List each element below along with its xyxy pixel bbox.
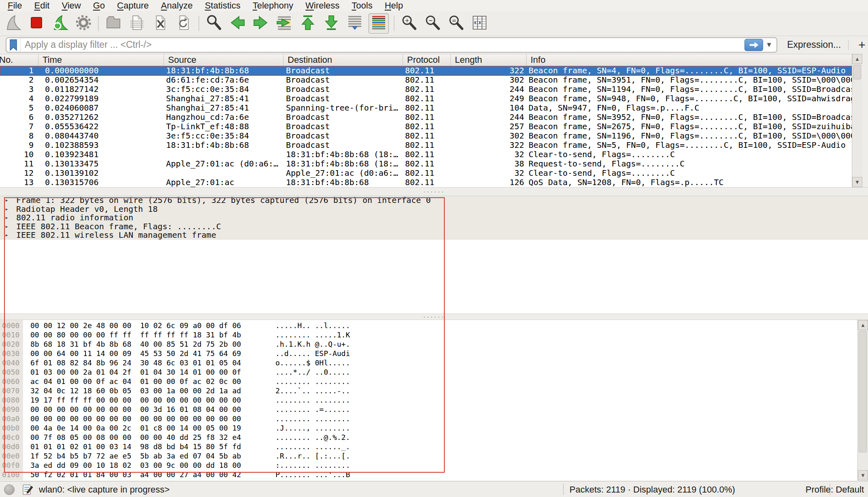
hex-bytes[interactable]: 01 01 01 02 01 00 03 14 98 d8 bd b4 15 8… — [30, 442, 241, 451]
hex-ascii[interactable]: .J....., ........ — [275, 423, 350, 433]
column-header-destination[interactable]: Destination — [284, 54, 403, 66]
expert-info-icon[interactable] — [4, 484, 15, 495]
hex-bytes[interactable]: 01 03 00 00 2a 01 04 2f 01 04 30 14 01 0… — [30, 367, 241, 377]
hex-ascii[interactable]: ........ ........ — [275, 414, 350, 423]
scrollbar-thumb[interactable] — [859, 331, 867, 452]
go-forward-button[interactable] — [251, 14, 271, 33]
packet-list-scrollbar[interactable]: ▲ ▼ — [852, 54, 862, 187]
menu-statistics[interactable]: Statistics — [199, 0, 247, 11]
hex-ascii[interactable]: ..d..... ESP-Audi — [275, 349, 350, 358]
column-header-time[interactable]: Time — [38, 54, 164, 66]
go-back-button[interactable] — [228, 14, 247, 33]
hex-ascii[interactable]: .....H.. ..l..... — [275, 321, 350, 330]
hex-bytes[interactable]: 00 7f 08 05 00 08 00 00 00 00 40 dd 25 f… — [30, 433, 241, 442]
zoom-reset-button[interactable]: = — [446, 14, 466, 33]
scroll-down-button[interactable]: ▼ — [858, 470, 868, 480]
scrollbar-thumb[interactable] — [853, 65, 861, 79]
packet-row-12[interactable]: 120.130139102Apple_27:01:ac (d0:a6:…802.… — [0, 169, 852, 178]
hex-ascii[interactable]: :....... ........ — [275, 461, 350, 470]
hex-ascii[interactable]: 2....`.. .....-.. — [275, 386, 350, 395]
hex-row-0020[interactable]: 00208b 68 18 31 bf 4b 8b 68 40 00 85 51 … — [0, 339, 857, 349]
column-header-protocol[interactable]: Protocol — [403, 54, 451, 66]
save-file-button[interactable] — [127, 14, 147, 33]
menu-wireless[interactable]: Wireless — [299, 0, 345, 11]
hex-row-0010[interactable]: 001000 00 80 00 00 00 ff ff ff ff ff ff … — [0, 330, 857, 339]
hex-row-0040[interactable]: 00406f 01 08 82 84 8b 96 24 30 48 6c 03 … — [0, 358, 857, 367]
hex-ascii[interactable]: ........ ......_. — [275, 442, 350, 451]
hex-row-00b0[interactable]: 00b000 4a 0e 14 00 0a 00 2c 01 c8 00 14 … — [0, 423, 857, 433]
hex-bytes[interactable]: 8b 68 18 31 bf 4b 8b 68 40 00 85 51 2d 7… — [30, 339, 241, 349]
hex-row-00a0[interactable]: 00a000 00 00 00 00 00 00 00 00 00 00 00 … — [0, 414, 857, 423]
hex-row-0060[interactable]: 0060ac 04 01 00 00 0f ac 04 01 00 00 0f … — [0, 377, 857, 386]
hex-bytes[interactable]: 00 00 00 00 00 00 00 00 00 3d 16 01 08 0… — [30, 405, 241, 414]
zoom-out-button[interactable]: − — [423, 14, 442, 33]
detail-row-0[interactable]: ▸Frame 1: 322 bytes on wire (2576 bits),… — [0, 196, 868, 205]
hex-bytes[interactable]: 6f 01 08 82 84 8b 96 24 30 48 6c 03 01 0… — [30, 358, 241, 367]
splitter-handle-icon[interactable]: ······ — [423, 315, 445, 319]
scroll-up-button[interactable]: ▲ — [858, 320, 868, 330]
menu-capture[interactable]: Capture — [111, 0, 155, 11]
capture-comment-icon[interactable] — [22, 484, 33, 497]
menu-analyze[interactable]: Analyze — [155, 0, 198, 11]
filter-history-caret-icon[interactable]: ▼ — [765, 41, 776, 49]
add-filter-button[interactable]: + — [856, 38, 868, 52]
scroll-down-button[interactable]: ▼ — [852, 177, 862, 187]
hex-row-0090[interactable]: 009000 00 00 00 00 00 00 00 00 3d 16 01 … — [0, 405, 857, 414]
hex-ascii[interactable]: ........ .....1.K — [275, 330, 350, 339]
hex-bytes[interactable]: ac 04 01 00 00 0f ac 04 01 00 00 0f ac 0… — [30, 377, 241, 386]
hex-row-0050[interactable]: 005001 03 00 00 2a 01 04 2f 01 04 30 14 … — [0, 367, 857, 377]
hex-bytes[interactable]: 50 f2 02 01 01 84 00 03 a4 00 00 27 a4 0… — [30, 470, 241, 479]
menu-edit[interactable]: Edit — [28, 0, 55, 11]
packet-row-2[interactable]: 20.002654354d6:61:fe:cd:7a:6eBroadcast80… — [0, 75, 852, 85]
resize-columns-button[interactable] — [470, 14, 489, 33]
go-to-packet-button[interactable] — [275, 14, 294, 33]
detail-row-4[interactable]: ▸IEEE 802.11 wireless LAN management fra… — [0, 231, 868, 240]
menu-file[interactable]: File — [2, 0, 28, 11]
hex-bytes[interactable]: 19 17 ff ff ff 00 00 00 00 00 00 00 00 0… — [30, 395, 241, 405]
hex-row-00c0[interactable]: 00c000 7f 08 05 00 08 00 00 00 00 40 dd … — [0, 433, 857, 442]
hex-ascii[interactable]: .h.1.K.h @..Q-u+. — [275, 339, 350, 349]
packet-row-4[interactable]: 40.022799189Shanghai_27:85:41Broadcast80… — [0, 94, 852, 103]
hex-ascii[interactable]: ........ .=...... — [275, 405, 350, 414]
column-header-source[interactable]: Source — [164, 54, 284, 66]
hex-ascii[interactable]: ........ ........ — [275, 377, 350, 386]
packet-bytes-scrollbar[interactable]: ▲ ▼ — [857, 320, 868, 480]
hex-bytes[interactable]: 32 04 0c 12 18 60 0b 05 03 00 1a 00 00 2… — [30, 386, 241, 395]
expander-icon[interactable]: ▸ — [5, 231, 9, 240]
hex-row-00d0[interactable]: 00d001 01 01 02 01 00 03 14 98 d8 bd b4 … — [0, 442, 857, 451]
display-filter-input[interactable] — [21, 39, 744, 50]
apply-filter-button[interactable] — [744, 39, 763, 51]
reload-file-button[interactable] — [174, 14, 194, 33]
hex-bytes[interactable]: 00 00 64 00 11 14 00 09 45 53 50 2d 41 7… — [30, 349, 241, 358]
stop-capture-button[interactable] — [27, 14, 46, 33]
close-file-button[interactable] — [151, 14, 170, 33]
packet-row-5[interactable]: 50.024060087Shanghai_27:85:41Spanning-tr… — [0, 103, 852, 113]
start-capture-button[interactable] — [3, 14, 23, 33]
packet-row-6[interactable]: 60.035271262Hangzhou_cd:7a:6eBroadcast80… — [0, 113, 852, 122]
hex-ascii[interactable]: .R...r.. [.:...[. — [275, 451, 350, 461]
expander-icon[interactable]: ▸ — [5, 196, 9, 205]
detail-row-3[interactable]: ▸IEEE 802.11 Beacon frame, Flags: ......… — [0, 222, 868, 231]
expander-icon[interactable]: ▸ — [5, 213, 9, 222]
hex-row-0080[interactable]: 008019 17 ff ff ff 00 00 00 00 00 00 00 … — [0, 395, 857, 405]
go-first-button[interactable] — [298, 14, 318, 33]
menu-go[interactable]: Go — [87, 0, 111, 11]
hex-bytes[interactable]: 00 00 12 00 2e 48 00 00 10 02 6c 09 a0 0… — [30, 321, 241, 330]
packet-row-9[interactable]: 90.10238859318:31:bf:4b:8b:68Broadcast80… — [0, 141, 852, 150]
hex-row-0100[interactable]: 010050 f2 02 01 01 84 00 03 a4 00 00 27 … — [0, 470, 857, 479]
packet-row-8[interactable]: 80.0804437403e:f5:cc:0e:35:84Broadcast80… — [0, 131, 852, 141]
expander-icon[interactable]: ▸ — [5, 222, 9, 231]
packet-row-13[interactable]: 130.130315706Apple_27:01:ac18:31:bf:4b:8… — [0, 178, 852, 187]
go-last-button[interactable] — [322, 14, 341, 33]
hex-row-0070[interactable]: 007032 04 0c 12 18 60 0b 05 03 00 1a 00 … — [0, 386, 857, 395]
profile-text[interactable]: Profile: Default — [806, 484, 864, 495]
packet-row-10[interactable]: 100.10392348118:31:bf:4b:8b:68 (18:…802.… — [0, 150, 852, 159]
hex-ascii[interactable]: ........ ........ — [275, 395, 350, 405]
hex-row-00e0[interactable]: 00e01f 52 b4 b5 b7 72 ae e5 5b ab 3a ed … — [0, 451, 857, 461]
hex-ascii[interactable]: ....*../ ..0..... — [275, 367, 350, 377]
list-details-splitter[interactable]: ······ — [0, 187, 868, 196]
hex-ascii[interactable]: ........ ..@.%.2. — [275, 433, 350, 442]
menu-telephony[interactable]: Telephony — [247, 0, 299, 11]
column-header-length[interactable]: Length — [451, 54, 527, 66]
detail-row-1[interactable]: ▸Radiotap Header v0, Length 18 — [0, 205, 868, 214]
